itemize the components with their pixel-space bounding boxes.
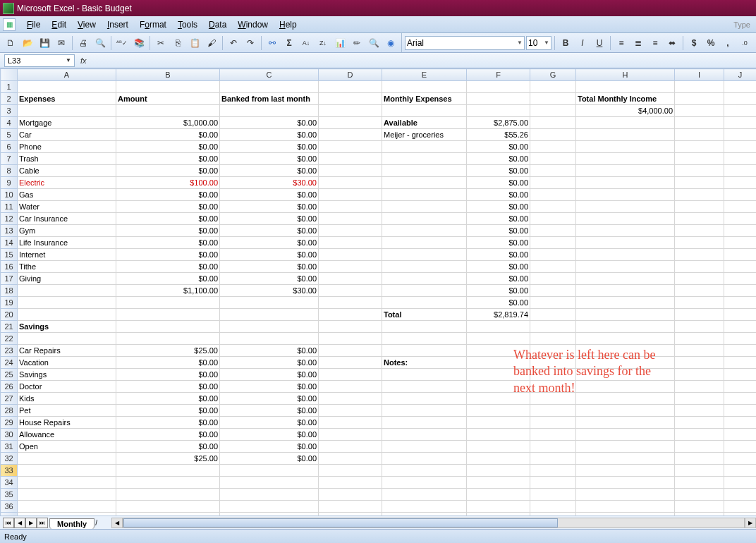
- cell-F33[interactable]: [467, 465, 530, 477]
- cell-E32[interactable]: [382, 453, 467, 465]
- cell-H12[interactable]: [576, 213, 675, 225]
- sort-asc-icon[interactable]: A↓: [298, 35, 314, 51]
- cell-I31[interactable]: [675, 441, 724, 453]
- cell-E23[interactable]: [382, 345, 467, 357]
- help-icon[interactable]: ◉: [383, 35, 398, 51]
- cell-C26[interactable]: $0.00: [220, 381, 319, 393]
- cell-C14[interactable]: $0.00: [220, 237, 319, 249]
- cell-B16[interactable]: $0.00: [116, 261, 220, 273]
- row-header-6[interactable]: 6: [1, 141, 18, 153]
- cell-B25[interactable]: $0.00: [116, 369, 220, 381]
- cell-G29[interactable]: [530, 417, 576, 429]
- col-header-A[interactable]: A: [18, 69, 116, 81]
- cell-C11[interactable]: $0.00: [220, 201, 319, 213]
- cell-G2[interactable]: [530, 93, 576, 105]
- drawing-icon[interactable]: ✏: [349, 35, 365, 51]
- cell-B30[interactable]: $0.00: [116, 429, 220, 441]
- cell-D29[interactable]: [319, 417, 382, 429]
- cell-F19[interactable]: $0.00: [467, 297, 530, 309]
- cell-A19[interactable]: [18, 297, 116, 309]
- cell-D16[interactable]: [319, 261, 382, 273]
- cell-G27[interactable]: [530, 393, 576, 405]
- cell-F21[interactable]: [467, 321, 530, 333]
- cell-I13[interactable]: [675, 225, 724, 237]
- cell-B34[interactable]: [116, 477, 220, 489]
- cell-A34[interactable]: [18, 477, 116, 489]
- cell-J31[interactable]: [724, 441, 757, 453]
- cell-C23[interactable]: $0.00: [220, 345, 319, 357]
- cell-D13[interactable]: [319, 225, 382, 237]
- cell-G13[interactable]: [530, 225, 576, 237]
- cell-I19[interactable]: [675, 297, 724, 309]
- cell-E8[interactable]: [382, 165, 467, 177]
- select-all-cell[interactable]: [1, 69, 18, 81]
- cell-B36[interactable]: [116, 501, 220, 513]
- cell-E13[interactable]: [382, 225, 467, 237]
- cell-F28[interactable]: [467, 405, 530, 417]
- cell-F3[interactable]: [467, 105, 530, 117]
- cell-E6[interactable]: [382, 141, 467, 153]
- cell-J26[interactable]: [724, 381, 757, 393]
- currency-icon[interactable]: $: [686, 35, 702, 51]
- row-header-1[interactable]: 1: [1, 81, 18, 93]
- percent-icon[interactable]: %: [703, 35, 719, 51]
- cell-G18[interactable]: [530, 285, 576, 297]
- row-header-23[interactable]: 23: [1, 345, 18, 357]
- cell-B15[interactable]: $0.00: [116, 249, 220, 261]
- cell-A27[interactable]: Kids: [18, 393, 116, 405]
- cell-J32[interactable]: [724, 453, 757, 465]
- cell-B32[interactable]: $25.00: [116, 453, 220, 465]
- cell-I16[interactable]: [675, 261, 724, 273]
- row-header-11[interactable]: 11: [1, 201, 18, 213]
- cell-I18[interactable]: [675, 285, 724, 297]
- cell-J25[interactable]: [724, 369, 757, 381]
- cell-A24[interactable]: Vacation: [18, 357, 116, 369]
- cell-A8[interactable]: Cable: [18, 165, 116, 177]
- col-header-C[interactable]: C: [220, 69, 319, 81]
- row-header-33[interactable]: 33: [1, 465, 18, 477]
- col-header-G[interactable]: G: [530, 69, 576, 81]
- cell-F13[interactable]: $0.00: [467, 225, 530, 237]
- cell-B20[interactable]: [116, 309, 220, 321]
- font-size-select[interactable]: 10▼: [526, 36, 551, 50]
- cell-H13[interactable]: [576, 225, 675, 237]
- cell-C34[interactable]: [220, 477, 319, 489]
- cell-A18[interactable]: [18, 285, 116, 297]
- cell-E27[interactable]: [382, 393, 467, 405]
- cell-J17[interactable]: [724, 273, 757, 285]
- cell-B8[interactable]: $0.00: [116, 165, 220, 177]
- cell-I27[interactable]: [675, 393, 724, 405]
- cell-E20[interactable]: Total: [382, 309, 467, 321]
- col-header-F[interactable]: F: [467, 69, 530, 81]
- cell-J23[interactable]: [724, 345, 757, 357]
- cell-F16[interactable]: $0.00: [467, 261, 530, 273]
- cell-A7[interactable]: Trash: [18, 153, 116, 165]
- cell-C2[interactable]: Banked from last month: [220, 93, 319, 105]
- cell-G11[interactable]: [530, 201, 576, 213]
- cell-B4[interactable]: $1,000.00: [116, 117, 220, 129]
- cell-G5[interactable]: [530, 129, 576, 141]
- cell-I30[interactable]: [675, 429, 724, 441]
- open-icon[interactable]: 📂: [20, 35, 35, 51]
- font-name-select[interactable]: Arial▼: [405, 36, 525, 50]
- cell-G20[interactable]: [530, 309, 576, 321]
- cell-D25[interactable]: [319, 369, 382, 381]
- cell-C5[interactable]: $0.00: [220, 129, 319, 141]
- row-header-14[interactable]: 14: [1, 237, 18, 249]
- cell-G6[interactable]: [530, 141, 576, 153]
- cell-H30[interactable]: [576, 429, 675, 441]
- cell-D11[interactable]: [319, 201, 382, 213]
- cell-C12[interactable]: $0.00: [220, 213, 319, 225]
- cell-I34[interactable]: [675, 477, 724, 489]
- cell-D3[interactable]: [319, 105, 382, 117]
- cell-H17[interactable]: [576, 273, 675, 285]
- cell-C20[interactable]: [220, 309, 319, 321]
- cell-B24[interactable]: $0.00: [116, 357, 220, 369]
- cell-A28[interactable]: Pet: [18, 405, 116, 417]
- cell-J8[interactable]: [724, 165, 757, 177]
- cell-G35[interactable]: [530, 489, 576, 501]
- cell-H19[interactable]: [576, 297, 675, 309]
- menu-help[interactable]: Help: [274, 18, 303, 32]
- cell-J14[interactable]: [724, 237, 757, 249]
- cell-J7[interactable]: [724, 153, 757, 165]
